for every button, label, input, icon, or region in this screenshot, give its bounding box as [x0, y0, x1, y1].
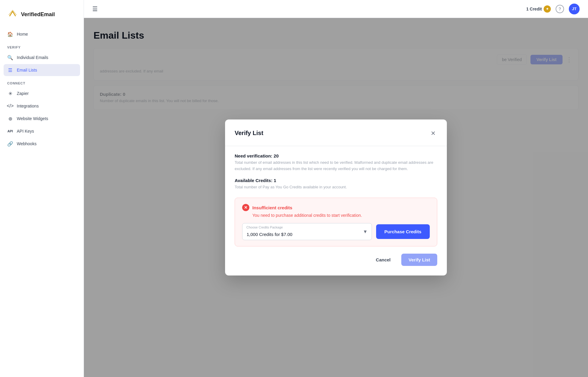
code-icon: </>: [7, 103, 13, 109]
verify-list-button[interactable]: Verify List: [401, 254, 437, 266]
app-name: VerifiedEmail: [21, 11, 55, 18]
verify-section-label: VERIFY: [4, 41, 80, 52]
logo: VerifiedEmail: [0, 6, 84, 28]
sidebar-item-integrations[interactable]: </> Integrations: [4, 100, 80, 112]
help-icon[interactable]: ?: [556, 5, 564, 13]
sidebar: VerifiedEmail 🏠 Home VERIFY 🔍 Individual…: [0, 0, 84, 377]
sidebar-item-email-lists[interactable]: ☰ Email Lists: [4, 64, 80, 76]
sidebar-item-home[interactable]: 🏠 Home: [4, 28, 80, 40]
webhooks-icon: 🔗: [7, 141, 13, 147]
sidebar-item-individual-emails-label: Individual Emails: [17, 55, 48, 60]
topbar: ☰ 1 Credit ✦ ? JT: [84, 0, 588, 18]
connect-section-label: CONNECT: [4, 77, 80, 87]
insufficient-credits-box: ✕ Insufficient credits You need to purch…: [235, 198, 437, 246]
error-icon: ✕: [242, 204, 249, 211]
home-icon: 🏠: [7, 31, 13, 37]
available-credits-section: Available Credits: 1 Total number of Pay…: [235, 178, 437, 190]
sidebar-nav: 🏠 Home VERIFY 🔍 Individual Emails ☰ Emai…: [0, 28, 84, 371]
sidebar-item-zapier[interactable]: ✳ Zapier: [4, 87, 80, 99]
sidebar-item-api-keys[interactable]: API API Keys: [4, 125, 80, 137]
error-message: You need to purchase additional credits …: [252, 213, 430, 218]
error-header: ✕ Insufficient credits: [242, 204, 430, 211]
select-wrapper: Choose Credits Package 1,000 Credits for…: [242, 223, 372, 240]
sidebar-item-individual-emails[interactable]: 🔍 Individual Emails: [4, 52, 80, 63]
search-icon: 🔍: [7, 54, 13, 60]
need-verification-label: Need verification: 20: [235, 153, 437, 158]
widget-icon: ⊛: [7, 116, 13, 122]
purchase-credits-button[interactable]: Purchase Credits: [376, 224, 430, 239]
sidebar-item-api-keys-label: API Keys: [17, 129, 34, 134]
sidebar-item-website-widgets-label: Website Widgets: [17, 116, 48, 121]
credits-label: 1 Credit: [526, 7, 542, 11]
zapier-icon: ✳: [7, 90, 13, 96]
available-credits-desc: Total number of Pay as You Go Credits av…: [235, 184, 437, 190]
sidebar-item-home-label: Home: [17, 32, 28, 37]
credits-purchase-row: Choose Credits Package 1,000 Credits for…: [242, 223, 430, 240]
api-icon: API: [7, 128, 13, 134]
sidebar-item-integrations-label: Integrations: [17, 104, 39, 108]
sidebar-item-email-lists-label: Email Lists: [17, 68, 37, 72]
logo-icon: [7, 9, 18, 20]
credits-coin-icon: ✦: [544, 5, 551, 13]
modal-footer: Cancel Verify List: [235, 254, 437, 266]
topbar-right: 1 Credit ✦ ? JT: [526, 4, 580, 14]
sidebar-item-webhooks[interactable]: 🔗 Webhooks: [4, 138, 80, 150]
verify-list-modal: Verify List ✕ Need verification: 20 Tota…: [225, 119, 447, 275]
close-button[interactable]: ✕: [429, 129, 437, 137]
page-content: Email Lists be Verified Verify List ⋮ ad…: [84, 18, 588, 377]
need-verification-section: Need verification: 20 Total number of em…: [235, 153, 437, 172]
main-area: ☰ 1 Credit ✦ ? JT Email Lists be Verifie…: [84, 0, 588, 377]
avatar[interactable]: JT: [569, 4, 580, 14]
list-icon: ☰: [7, 67, 13, 73]
modal-header: Verify List ✕: [235, 129, 437, 137]
need-verification-desc: Total number of email addresses in this …: [235, 160, 437, 172]
available-credits-label: Available Credits: 1: [235, 178, 437, 183]
error-title: Insufficient credits: [252, 205, 292, 210]
modal-divider: [225, 146, 447, 146]
sidebar-item-website-widgets[interactable]: ⊛ Website Widgets: [4, 113, 80, 125]
cancel-button[interactable]: Cancel: [370, 254, 396, 266]
menu-icon[interactable]: ☰: [92, 5, 98, 13]
credits-badge: 1 Credit ✦: [526, 5, 551, 13]
credits-package-select[interactable]: 1,000 Credits for $7.00 5,000 Credits fo…: [242, 223, 372, 240]
modal-title: Verify List: [235, 130, 263, 137]
sidebar-item-zapier-label: Zapier: [17, 91, 29, 96]
sidebar-item-webhooks-label: Webhooks: [17, 141, 37, 146]
modal-overlay: Verify List ✕ Need verification: 20 Tota…: [84, 18, 588, 377]
